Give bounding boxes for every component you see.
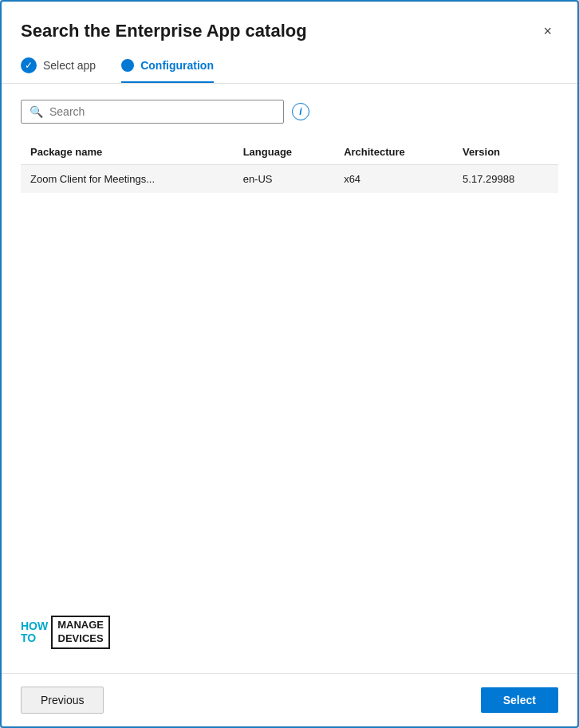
dialog-footer: Previous Select	[2, 673, 577, 726]
cell-version: 5.17.29988	[453, 165, 558, 194]
col-package-name: Package name	[21, 140, 234, 165]
dialog-title: Search the Enterprise App catalog	[21, 21, 307, 41]
results-table: Package name Language Architecture Versi…	[21, 140, 558, 193]
search-icon: 🔍	[30, 105, 43, 118]
watermark: HOWTO MANAGEDEVICES	[21, 608, 558, 657]
tabs-container: ✓ Select app Configuration	[2, 41, 577, 84]
search-row: 🔍 i	[21, 100, 558, 124]
tab-select-app-label: Select app	[43, 59, 96, 72]
cell-language: en-US	[234, 165, 334, 194]
select-button[interactable]: Select	[481, 687, 558, 713]
watermark-managedevices: MANAGEDEVICES	[51, 616, 110, 649]
col-architecture: Architecture	[334, 140, 453, 165]
content-area: 🔍 i Package name Language Architecture V…	[2, 84, 577, 673]
tab-select-app[interactable]: ✓ Select app	[21, 57, 96, 83]
watermark-howto: HOWTO	[21, 620, 48, 645]
enterprise-app-catalog-dialog: Search the Enterprise App catalog × ✓ Se…	[0, 0, 579, 728]
cell-package-name: Zoom Client for Meetings...	[21, 165, 234, 194]
check-icon: ✓	[21, 57, 37, 73]
tab-configuration[interactable]: Configuration	[121, 57, 214, 83]
search-input-wrapper[interactable]: 🔍	[21, 100, 284, 124]
dot-icon	[121, 59, 134, 72]
dialog-header: Search the Enterprise App catalog ×	[2, 2, 577, 41]
previous-button[interactable]: Previous	[21, 687, 104, 714]
cell-architecture: x64	[334, 165, 453, 194]
table-row[interactable]: Zoom Client for Meetings... en-US x64 5.…	[21, 165, 558, 194]
col-language: Language	[234, 140, 334, 165]
search-input[interactable]	[49, 105, 275, 118]
tab-configuration-label: Configuration	[140, 59, 214, 72]
info-icon[interactable]: i	[292, 103, 309, 120]
col-version: Version	[453, 140, 558, 165]
table-header-row: Package name Language Architecture Versi…	[21, 140, 558, 165]
close-button[interactable]: ×	[537, 21, 558, 41]
